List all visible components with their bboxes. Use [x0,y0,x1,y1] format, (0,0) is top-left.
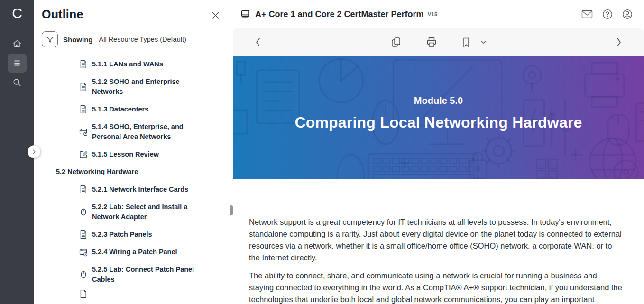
main-area: A+ Core 1 and Core 2 CertMaster Perform … [233,0,644,304]
outline-item-partial[interactable] [34,289,232,298]
lesson-paragraph: Network support is a great competency fo… [249,216,624,264]
outline-item-label: 5.2.1 Network Interface Cards [92,184,188,194]
collapse-panel-button[interactable] [28,145,41,158]
outline-item-label: 5.2.3 Patch Panels [92,230,152,240]
document-icon [79,185,88,194]
outline-item[interactable]: 5.2.2 Lab: Select and Install a Network … [34,202,232,222]
lab-mouse-icon [79,208,88,216]
document-icon [79,105,88,114]
outline-panel: Outline Showing All Resource Types (Defa… [34,0,232,304]
outline-item[interactable]: 5.1.4 SOHO, Enterprise, and Personal Are… [34,122,232,142]
outline-panel-header: Outline [34,0,232,21]
outline-item-label: 5.2.2 Lab: Select and Install a Network … [92,202,202,222]
filter-row: Showing All Resource Types (Default) [42,31,232,47]
outline-item[interactable]: 5.1.3 Datacenters [34,104,232,114]
user-icon [622,9,633,19]
search-icon [12,78,22,87]
outline-title: Outline [42,8,83,21]
outline-item-label: 5.2.4 Wiring a Patch Panel [92,247,177,257]
chevron-down-icon [481,40,486,44]
outline-item[interactable]: 5.1.2 SOHO and Enterprise Networks [34,77,232,97]
lab-mouse-icon [79,270,88,279]
outline-item-label: 5.1.5 Lesson Review [92,149,159,159]
course-version-badge: V15 [428,11,438,17]
bookmark-icon [462,37,470,48]
account-button[interactable] [621,8,634,20]
toolbar-center-group [389,35,488,50]
chevron-right-icon [32,149,37,154]
outline-list: 5.1.1 LANs and WANs 5.1.2 SOHO and Enter… [34,59,232,298]
home-button[interactable] [8,34,27,53]
outline-item-label: 5.1.4 SOHO, Enterprise, and Personal Are… [92,122,202,142]
outline-item[interactable]: 5.2.3 Patch Panels [34,230,232,240]
video-icon [79,248,88,257]
home-icon [12,39,22,48]
outline-section-label: 5.2 Networking Hardware [56,167,138,177]
outline-menu-button[interactable] [8,54,27,73]
close-icon [212,11,220,19]
video-icon [79,128,88,136]
lesson-paragraph: The ability to connect, share, and commu… [249,270,624,304]
copy-icon [391,37,401,48]
search-button[interactable] [8,73,27,92]
brand-logo[interactable]: C [12,1,22,26]
print-button[interactable] [424,35,439,50]
content-toolbar [233,28,644,56]
bookmark-menu-button[interactable] [479,38,488,46]
mail-icon [581,9,593,19]
header-actions [580,8,634,20]
outline-item-label: 5.1.2 SOHO and Enterprise Networks [92,77,202,97]
course-title: A+ Core 1 and Core 2 CertMaster Perform [255,9,424,19]
document-icon [79,230,88,239]
module-title: Comparing Local Networking Hardware [233,114,644,131]
menu-icon [12,58,22,68]
chevron-right-icon [616,37,622,47]
outline-item[interactable]: 5.1.1 LANs and WANs [34,59,232,69]
filter-funnel-icon [46,35,55,44]
next-page-button[interactable] [614,35,624,49]
close-outline-button[interactable] [210,9,221,21]
filter-value[interactable]: All Resource Types (Default) [99,36,186,43]
filter-showing-label: Showing [63,36,93,44]
module-label: Module 5.0 [233,56,644,106]
previous-page-button[interactable] [253,35,263,49]
outline-item[interactable]: 5.2.4 Wiring a Patch Panel [34,247,232,257]
chevron-left-icon [255,37,261,47]
outline-item[interactable]: 5.1.5 Lesson Review [34,149,232,159]
app-root: C [0,0,644,304]
lesson-content: Network support is a great competency fo… [233,179,644,304]
document-icon [79,60,88,69]
course-book-icon [240,9,250,19]
document-icon [79,83,88,92]
help-icon [602,9,613,19]
filter-button[interactable] [42,31,58,47]
outline-section[interactable]: 5.2 Networking Hardware [34,167,232,177]
messages-button[interactable] [580,9,594,20]
outline-item[interactable]: 5.2.1 Network Interface Cards [34,184,232,194]
printer-icon [426,37,437,48]
module-banner: Module 5.0 Comparing Local Networking Ha… [233,56,644,179]
bookmark-group [460,35,488,50]
outline-scrollbar-thumb[interactable] [230,205,233,215]
edit-icon [79,150,88,159]
outline-item-label: 5.2.5 Lab: Connect Patch Panel Cables [92,265,202,285]
bookmark-button[interactable] [460,35,472,50]
document-icon [79,289,88,298]
outline-item-label: 5.1.3 Datacenters [92,104,148,114]
course-header: A+ Core 1 and Core 2 CertMaster Perform … [233,0,644,28]
help-button[interactable] [601,8,614,20]
outline-item[interactable]: 5.2.5 Lab: Connect Patch Panel Cables [34,265,232,285]
copy-button[interactable] [389,35,403,50]
outline-item-label: 5.1.1 LANs and WANs [92,59,163,69]
banner-text: Module 5.0 Comparing Local Networking Ha… [233,56,644,131]
